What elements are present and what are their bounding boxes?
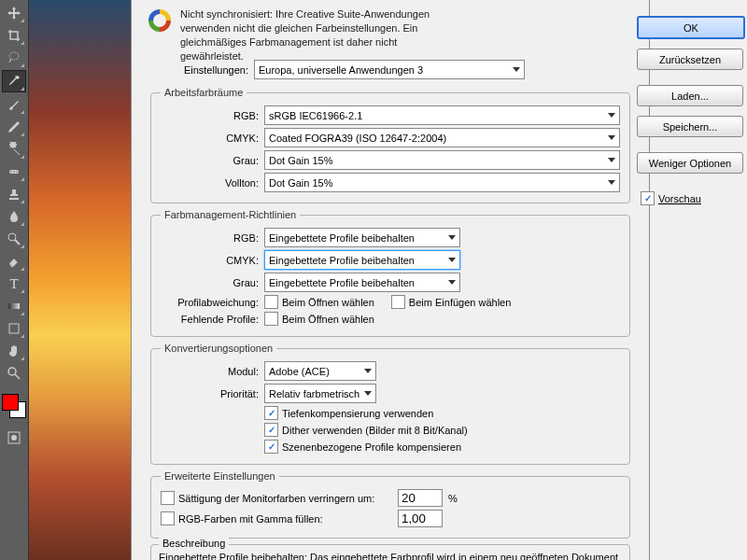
move-tool[interactable] [3,3,25,23]
eraser-tool[interactable] [3,251,25,272]
load-button[interactable]: Laden... [637,85,743,106]
intent-dropdown[interactable]: Relativ farbmetrisch [264,384,376,403]
settings-dropdown[interactable]: Europa, universelle Anwendungen 3 [254,60,525,79]
blur-tool[interactable] [3,206,25,227]
policies-legend: Farbmanagement-Richtlinien [161,209,300,220]
save-button[interactable]: Speichern... [637,116,743,137]
color-swatches[interactable] [2,394,26,418]
svg-point-4 [16,171,17,172]
description-text: Eingebettete Profile beibehalten: Das ei… [159,551,622,560]
dialog-sidebar: OK Zurücksetzen Laden... Speichern... We… [650,0,747,560]
shape-tool[interactable] [3,318,25,339]
engine-dropdown[interactable]: Adobe (ACE) [264,361,376,381]
dodge-tool[interactable] [3,229,25,249]
gradient-tool[interactable] [3,296,25,316]
quickmask-toggle[interactable] [3,427,25,448]
mismatch-paste-checkbox[interactable] [391,295,405,309]
gray-policy-dropdown[interactable]: Eingebettete Profile beibehalten [264,273,460,292]
rgb-policy-dropdown[interactable]: Eingebettete Profile beibehalten [264,228,460,247]
svg-rect-7 [9,324,19,333]
settings-label: Einstellungen: [150,64,254,76]
crop-tool[interactable] [3,25,25,46]
policies-group: Farbmanagement-Richtlinien RGB:Eingebett… [150,209,630,337]
svg-point-0 [9,52,19,60]
tools-panel: T [0,0,29,560]
svg-point-10 [11,435,17,441]
advanced-legend: Erweiterte Einstellungen [161,470,279,482]
cmyk-policy-dropdown[interactable]: Eingebettete Profile beibehalten [264,250,460,270]
sync-message: Nicht synchronisiert: Ihre Creative Suit… [180,7,460,63]
svg-point-2 [10,171,11,172]
eyedropper-tool[interactable] [2,70,26,92]
svg-rect-6 [8,303,20,309]
desat-checkbox[interactable] [161,491,175,505]
description-group: Beschreibung Eingebettete Profile beibeh… [150,544,630,560]
type-tool[interactable]: T [3,273,25,294]
gray-workspace-dropdown[interactable]: Dot Gain 15% [264,150,620,170]
fewer-options-button[interactable]: Weniger Optionen [637,152,743,174]
cmyk-workspace-dropdown[interactable]: Coated FOGRA39 (ISO 12647-2:2004) [264,128,620,147]
hand-tool[interactable] [3,341,25,361]
pencil-tool[interactable] [3,117,25,137]
sync-icon [148,9,175,35]
conversion-legend: Konvertierungsoptionen [161,343,276,354]
workspaces-legend: Arbeitsfarbräume [161,87,247,98]
heal-tool[interactable] [3,161,25,182]
svg-point-5 [8,233,16,241]
zoom-tool[interactable] [3,363,25,384]
desat-input[interactable] [398,489,443,507]
svg-point-8 [8,368,16,375]
mismatch-open-checkbox[interactable] [264,295,278,309]
ok-button[interactable]: OK [637,16,745,39]
cancel-button[interactable]: Zurücksetzen [637,49,743,70]
blackpoint-checkbox[interactable] [264,406,278,420]
spot-workspace-dropdown[interactable]: Dot Gain 15% [264,173,620,192]
lasso-tool[interactable] [3,48,25,68]
conversion-group: Konvertierungsoptionen Modul:Adobe (ACE)… [150,343,630,465]
stamp-tool[interactable] [3,184,25,204]
missing-open-checkbox[interactable] [264,312,278,326]
gamma-checkbox[interactable] [161,511,175,525]
dither-checkbox[interactable] [264,423,278,437]
wand-tool[interactable] [3,139,25,160]
scene-checkbox[interactable] [264,440,278,454]
rgb-workspace-dropdown[interactable]: sRGB IEC61966-2.1 [264,105,620,125]
brush-tool[interactable] [3,94,25,115]
gamma-input[interactable] [398,510,443,527]
preview-checkbox[interactable] [641,191,655,205]
advanced-group: Erweiterte Einstellungen Sättigung der M… [150,470,630,539]
description-legend: Beschreibung [159,538,229,549]
workspaces-group: Arbeitsfarbräume RGB:sRGB IEC61966-2.1 C… [150,87,630,203]
color-settings-dialog: Nicht synchronisiert: Ihre Creative Suit… [131,0,650,560]
svg-point-3 [13,171,14,172]
